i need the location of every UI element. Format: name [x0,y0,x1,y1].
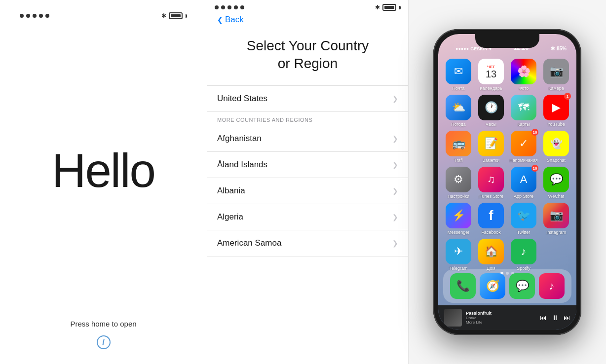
country-list[interactable]: United States ❯ MORE COUNTRIES AND REGIO… [207,85,408,364]
rewind-button[interactable]: ⏮ [540,314,547,322]
phone-icon: 📞 [450,273,476,299]
dock-phone[interactable]: 📞 [450,273,476,299]
np-title: Passionfruit [466,311,536,316]
app-label-messenger: Messenger [448,230,470,235]
now-playing-bar[interactable]: Passionfruit Drake More Life ⏮ ⏸ ⏭ [438,305,576,330]
country-item-0[interactable]: Afghanistan ❯ [207,126,408,152]
calendar-icon: ЧЕТ 13 [478,59,504,84]
middle-status-bar: ✱ [207,0,408,15]
app-camera[interactable]: 📷 Камера [542,59,570,91]
wechat-icon: 💬 [543,167,569,192]
app-snapchat[interactable]: 👻 Snapchat [542,131,570,163]
app-settings[interactable]: ⚙ Настройки [444,167,473,199]
app-label-wechat: WeChat [548,194,564,199]
signal-dots [20,14,49,18]
app-label-instagram: Instagram [546,230,566,235]
app-weather[interactable]: ⛅ Погода [444,95,473,127]
app-spotify[interactable]: ♪ Spotify [509,239,538,271]
np-controls: ⏮ ⏸ ⏭ [540,314,570,322]
mail-icon: ✉ [446,59,471,84]
phone-status-right: ✱ 85% [551,46,567,51]
app-label-weather: Погода [451,122,466,127]
app-mail[interactable]: ✉ Почта [444,59,473,91]
country-item-us[interactable]: United States ❯ [207,85,408,112]
battery-rect [169,12,183,19]
app-clock[interactable]: 🕐 Часы [477,95,505,127]
country-name-3: Algeria [217,212,243,222]
app-appstore[interactable]: A 10 App Store [509,167,538,199]
country-item-3[interactable]: Algeria ❯ [207,204,408,230]
empty-slot [543,239,569,264]
app-notes[interactable]: 📝 Заметки [477,131,505,163]
app-label-itunes: iTunes Store [479,194,504,199]
app-telegram[interactable]: ✈ Telegram [444,239,473,271]
bt-phone-icon: ✱ [551,46,555,51]
forward-button[interactable]: ⏭ [564,314,570,322]
app-label-snapchat: Snapchat [547,158,566,163]
np-album: More Life [466,320,536,325]
appstore-badge: 10 [531,165,538,172]
country-item-2[interactable]: Albania ❯ [207,178,408,204]
youtube-icon: ▶ 1 [543,95,569,120]
chevron-right-icon-2: ❯ [392,187,398,195]
app-reminders[interactable]: ✓ 10 Напоминания [509,131,538,163]
bluetooth-icon-2: ✱ [375,4,380,11]
chevron-right-icon-1: ❯ [392,161,398,169]
signal-dots-2 [215,5,244,9]
left-status-bar: ✱ [15,10,192,22]
app-label-clock: Часы [486,122,496,127]
safari-icon: 🧭 [480,273,505,299]
app-youtube[interactable]: ▶ 1 YouTube [542,95,570,127]
snapchat-icon: 👻 [543,131,569,156]
app-maps[interactable]: 🗺 Карты [509,95,538,127]
chevron-right-icon-0: ❯ [392,135,398,143]
app-facebook[interactable]: f Facebook [477,203,505,235]
battery-phone: 85% [557,46,567,51]
app-trafi[interactable]: 🚌 Trafi [444,131,473,163]
app-label-facebook: Facebook [481,230,501,235]
back-label: Back [225,15,244,25]
messages-icon: 💬 [509,273,535,299]
chevron-right-icon-3: ❯ [392,213,398,221]
app-grid: ✉ Почта ЧЕТ 13 Календарь 🌸 Фото [438,56,576,273]
app-instagram[interactable]: 📷 Instagram [542,203,570,235]
music-icon: ♪ [539,273,565,299]
dock-music[interactable]: ♪ [539,273,565,299]
dock-messages[interactable]: 💬 [509,273,535,299]
app-calendar[interactable]: ЧЕТ 13 Календарь [477,59,505,91]
country-item-1[interactable]: Åland Islands ❯ [207,152,408,178]
app-messenger[interactable]: ⚡ Messenger [444,203,473,235]
telegram-icon: ✈ [446,239,471,264]
app-wechat[interactable]: 💬 WeChat [542,167,570,199]
app-itunes[interactable]: ♫ iTunes Store [477,167,505,199]
back-button[interactable]: ❮ Back [207,15,408,27]
phone-device: ●●●●● GESKIN ▾ 12:20 ✱ 85% ✉ Почта [433,29,581,335]
dock-safari[interactable]: 🧭 [480,273,505,299]
phone-notch [475,34,539,48]
dock: 📞 🧭 💬 ♪ [443,269,571,303]
app-label-notes: Заметки [483,158,499,163]
country-name-1: Åland Islands [217,160,267,170]
app-twitter[interactable]: 🐦 Twitter [509,203,538,235]
np-thumbnail [444,309,462,327]
info-button[interactable]: i [97,335,111,349]
app-label-calendar: Календарь [480,86,502,91]
hello-screen: ✱ Hello Press home to open i [0,0,207,364]
app-label-appstore: App Store [514,194,533,199]
spotify-icon: ♪ [511,239,536,264]
country-item-4[interactable]: American Samoa ❯ [207,230,408,256]
app-photos[interactable]: 🌸 Фото [509,59,538,91]
app-home[interactable]: 🏠 Дом [477,239,505,271]
country-name-2: Albania [217,186,245,196]
app-label-photos: Фото [519,86,529,91]
app-label-youtube: YouTube [547,122,565,127]
chevron-right-icon-us: ❯ [392,95,398,103]
battery-tip [186,14,187,18]
clock-icon: 🕐 [478,95,504,120]
dot-4 [39,14,43,18]
play-pause-button[interactable]: ⏸ [552,314,559,322]
country-name-0: Afghanistan [217,134,262,144]
weather-icon: ⛅ [446,95,471,120]
app-label-trafi: Trafi [454,158,463,163]
messenger-icon: ⚡ [446,203,471,228]
